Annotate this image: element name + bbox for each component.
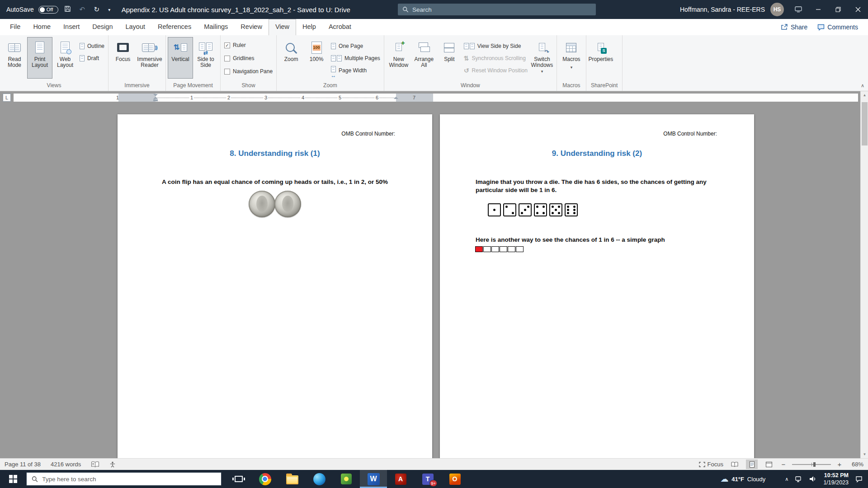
read-mode-view-button[interactable] bbox=[729, 460, 741, 469]
taskbar-search-input[interactable] bbox=[42, 476, 216, 483]
vertical-button[interactable]: Vertical bbox=[168, 37, 193, 79]
horizontal-ruler[interactable]: 1 1 2 3 4 5 6 7 bbox=[14, 94, 858, 102]
right-indent-marker[interactable] bbox=[394, 97, 398, 99]
navigation-pane-checkbox[interactable]: Navigation Pane bbox=[224, 67, 273, 76]
ruler-checkbox[interactable]: Ruler bbox=[224, 41, 273, 50]
search-box[interactable]: Search bbox=[398, 4, 596, 15]
word-taskbar-button[interactable]: W bbox=[360, 470, 387, 488]
proofing-errors-icon[interactable] bbox=[91, 461, 99, 468]
page-indicator[interactable]: Page 11 of 38 bbox=[5, 461, 41, 468]
autosave-toggle[interactable]: Off bbox=[38, 6, 58, 14]
file-explorer-taskbar-button[interactable] bbox=[278, 470, 306, 488]
tab-insert[interactable]: Insert bbox=[57, 19, 86, 35]
read-mode-view-icon bbox=[731, 462, 738, 467]
tab-file[interactable]: File bbox=[4, 19, 27, 35]
one-page-button[interactable]: One Page bbox=[331, 42, 380, 51]
task-view-button[interactable] bbox=[226, 470, 251, 488]
hidden-icons-chevron-icon[interactable]: ∧ bbox=[785, 476, 788, 482]
customize-quick-access-toolbar-button[interactable]: ▾ bbox=[106, 7, 113, 12]
green-app-taskbar-button[interactable] bbox=[333, 470, 360, 488]
new-window-button[interactable]: New Window bbox=[386, 37, 411, 79]
weather-widget[interactable]: ☁ 41°F Cloudy bbox=[720, 475, 765, 483]
collapse-ribbon-icon[interactable]: ∧ bbox=[861, 83, 864, 89]
chrome-taskbar-button[interactable] bbox=[251, 470, 278, 488]
side-to-side-button[interactable]: Side to Side bbox=[193, 37, 218, 79]
focus-button[interactable]: Focus bbox=[110, 37, 136, 79]
save-button[interactable] bbox=[63, 5, 73, 14]
arrange-all-button[interactable]: Arrange All bbox=[411, 37, 437, 79]
web-layout-button[interactable]: Web Layout bbox=[52, 37, 78, 79]
scroll-up-arrow-icon[interactable]: ▲ bbox=[861, 91, 868, 99]
zoom-button[interactable]: Zoom bbox=[278, 37, 304, 79]
dice-images[interactable] bbox=[440, 203, 754, 216]
undo-button[interactable]: ↶ bbox=[77, 5, 87, 14]
network-icon[interactable] bbox=[795, 476, 802, 482]
zoom-100-button[interactable]: 100 100% bbox=[304, 37, 329, 79]
ribbon-display-options-button[interactable] bbox=[788, 0, 808, 19]
office-taskbar-button[interactable]: O bbox=[441, 470, 468, 488]
zoom-in-button[interactable]: + bbox=[836, 460, 843, 468]
left-indent-marker[interactable] bbox=[153, 99, 158, 101]
tab-home[interactable]: Home bbox=[27, 19, 57, 35]
comments-button[interactable]: Comments bbox=[817, 23, 858, 31]
vertical-scrollbar[interactable]: ▲ ▼ bbox=[860, 91, 868, 458]
avatar[interactable]: HS bbox=[770, 3, 784, 16]
graph-cell-highlighted bbox=[475, 246, 483, 252]
read-mode-button[interactable]: Read Mode bbox=[2, 37, 27, 79]
zoom-out-button[interactable]: − bbox=[780, 460, 787, 468]
zoom-slider[interactable] bbox=[792, 461, 831, 468]
hanging-indent-marker[interactable] bbox=[153, 97, 158, 99]
zoom-slider-thumb[interactable] bbox=[813, 462, 816, 467]
outline-button[interactable]: Outline bbox=[80, 42, 104, 51]
view-side-by-side-button[interactable]: View Side by Side bbox=[464, 42, 528, 51]
minimize-button[interactable] bbox=[808, 0, 828, 19]
document-page-1[interactable]: OMB Control Number: 8. Understanding ris… bbox=[118, 114, 432, 458]
clock[interactable]: 10:52 PM 1/19/2023 bbox=[823, 472, 849, 487]
split-button[interactable]: Split bbox=[437, 37, 462, 79]
scrollbar-thumb[interactable] bbox=[862, 102, 868, 145]
tab-references[interactable]: References bbox=[151, 19, 198, 35]
print-layout-view-button[interactable] bbox=[746, 460, 758, 469]
document-canvas[interactable]: OMB Control Number: 8. Understanding ris… bbox=[0, 104, 860, 458]
document-page-2[interactable]: OMB Control Number: 9. Understanding ris… bbox=[440, 114, 754, 458]
properties-button[interactable]: S Properties bbox=[588, 37, 613, 79]
focus-mode-button[interactable]: Focus bbox=[699, 461, 723, 468]
multiple-pages-button[interactable]: Multiple Pages bbox=[331, 54, 380, 63]
user-name[interactable]: Hoffmann, Sandra - REE-ERS bbox=[680, 6, 765, 13]
volume-icon[interactable] bbox=[809, 476, 816, 482]
print-layout-button[interactable]: Print Layout bbox=[27, 37, 52, 79]
sharepoint-group-label: SharePoint bbox=[588, 81, 620, 91]
action-center-icon[interactable] bbox=[855, 476, 863, 483]
coin-images[interactable] bbox=[118, 191, 432, 217]
acrobat-taskbar-button[interactable]: A bbox=[387, 470, 414, 488]
zoom-percentage[interactable]: 68% bbox=[848, 461, 863, 468]
share-button[interactable]: Share bbox=[781, 23, 807, 31]
risk-graph[interactable] bbox=[440, 246, 754, 252]
gridlines-checkbox[interactable]: Gridlines bbox=[224, 54, 273, 63]
scroll-down-arrow-icon[interactable]: ▼ bbox=[861, 450, 868, 458]
web-layout-view-button[interactable] bbox=[763, 460, 775, 469]
edge-taskbar-button[interactable] bbox=[306, 470, 333, 488]
accessibility-icon[interactable] bbox=[109, 461, 116, 468]
tab-mailings[interactable]: Mailings bbox=[198, 19, 234, 35]
word-count[interactable]: 4216 words bbox=[51, 461, 81, 468]
tab-help[interactable]: Help bbox=[296, 19, 322, 35]
tab-view[interactable]: View bbox=[269, 19, 296, 35]
redo-button[interactable]: ↻ bbox=[92, 5, 102, 14]
start-button[interactable] bbox=[0, 470, 26, 488]
close-button[interactable] bbox=[848, 0, 868, 19]
immersive-reader-button[interactable]: Immersive Reader bbox=[136, 37, 164, 79]
draft-button[interactable]: Draft bbox=[80, 54, 104, 63]
first-line-indent-marker[interactable] bbox=[153, 94, 158, 96]
tab-acrobat[interactable]: Acrobat bbox=[322, 19, 358, 35]
tab-layout[interactable]: Layout bbox=[119, 19, 151, 35]
taskbar-search[interactable] bbox=[26, 472, 222, 486]
tab-review[interactable]: Review bbox=[234, 19, 269, 35]
restore-button[interactable] bbox=[828, 0, 848, 19]
tab-stop-selector[interactable]: L bbox=[3, 94, 11, 102]
macros-button[interactable]: Macros ▾ bbox=[559, 37, 584, 79]
teams-taskbar-button[interactable]: T 9+ bbox=[414, 470, 441, 488]
tab-design[interactable]: Design bbox=[86, 19, 119, 35]
switch-windows-button[interactable]: Switch Windows ▾ bbox=[529, 37, 555, 79]
page-width-button[interactable]: Page Width bbox=[331, 66, 380, 75]
